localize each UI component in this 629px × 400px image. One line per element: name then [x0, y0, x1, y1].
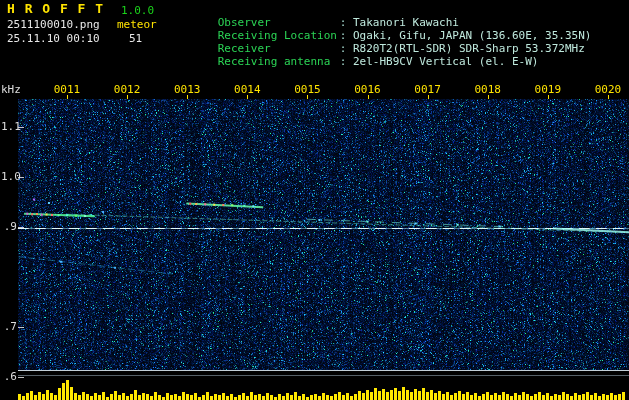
freq-label: 1.1	[1, 121, 17, 133]
time-label: 0020	[594, 84, 622, 96]
time-label: 0018	[474, 84, 502, 96]
info-colon: :	[340, 29, 347, 42]
info-colon: :	[340, 16, 347, 29]
time-label: 0014	[233, 84, 261, 96]
station-info: Observer: Takanori Kawachi Receiving Loc…	[178, 3, 591, 55]
time-label: 0013	[173, 84, 201, 96]
hrofft-window: H R O F F T 1.0.0 2511100010.png meteor …	[0, 0, 629, 400]
time-label: 0012	[113, 84, 141, 96]
app-version: 1.0.0	[121, 5, 154, 17]
mode-label: meteor	[117, 19, 157, 31]
freq-label: 1.0	[1, 171, 17, 183]
timestamp: 25.11.10 00:10	[7, 33, 100, 45]
time-label: 0015	[293, 84, 321, 96]
info-colon: :	[340, 55, 347, 68]
time-label: 0016	[354, 84, 382, 96]
app-title: H R O F F T	[7, 3, 104, 15]
info-label: Observer	[218, 16, 340, 29]
freq-label: .9	[1, 221, 17, 233]
info-row-observer: Observer: Takanori Kawachi	[178, 3, 591, 16]
info-label: Receiver	[218, 42, 340, 55]
time-label: 0017	[414, 84, 442, 96]
freq-axis-unit: kHz	[1, 84, 21, 96]
freq-label: .6	[1, 371, 17, 383]
freq-label: .7	[1, 321, 17, 333]
info-label: Receiving Location	[218, 29, 340, 42]
output-filename: 2511100010.png	[7, 19, 100, 31]
info-value: Ogaki, Gifu, JAPAN (136.60E, 35.35N)	[353, 29, 591, 42]
info-value: 2el-HB9CV Vertical (el. E-W)	[353, 55, 538, 68]
info-value: Takanori Kawachi	[353, 16, 459, 29]
info-value: R820T2(RTL-SDR) SDR-Sharp 53.372MHz	[353, 42, 585, 55]
info-colon: :	[340, 42, 347, 55]
time-label: 0011	[53, 84, 81, 96]
echo-count: 51	[129, 33, 142, 45]
info-label: Receiving antenna	[218, 55, 340, 68]
time-label: 0019	[534, 84, 562, 96]
